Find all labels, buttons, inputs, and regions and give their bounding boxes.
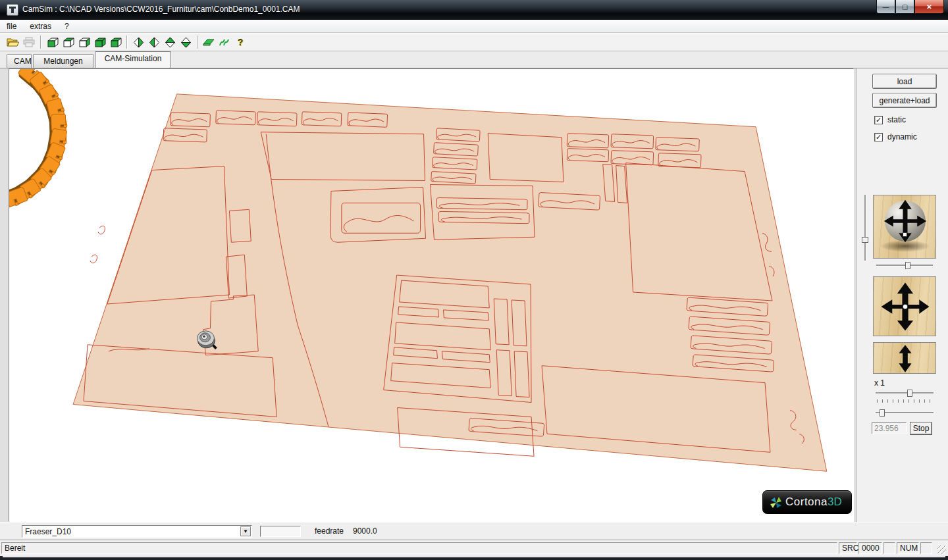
- stop-button[interactable]: Stop: [910, 422, 932, 435]
- logo-3d-text: 3D: [828, 496, 842, 509]
- menu-file[interactable]: file: [0, 20, 23, 32]
- speed-label: x 1: [874, 378, 885, 388]
- tab-strip: CAM Meldungen CAM-Simulation: [0, 51, 948, 68]
- speed-slider-ticks: [877, 399, 934, 403]
- app-icon: [7, 4, 18, 16]
- status-bar: Bereit SRC 0000 NUM: [0, 540, 948, 556]
- iso-view-4-icon[interactable]: [178, 35, 194, 49]
- minimize-button[interactable]: —: [876, 0, 895, 14]
- rotate-sphere-control[interactable]: [873, 195, 936, 259]
- view-cube-top-icon[interactable]: [60, 35, 76, 49]
- tilt-slider[interactable]: [862, 195, 868, 261]
- num-lock-indicator: NUM: [897, 542, 919, 554]
- tab-meldungen[interactable]: Meldungen: [33, 54, 93, 68]
- logo-text: Cortona: [785, 496, 828, 509]
- feedrate-value: 9000.0: [353, 526, 377, 536]
- generate-load-button[interactable]: generate+load: [872, 93, 937, 108]
- feedrate-label: feedrate: [315, 526, 344, 536]
- status-spacer-2: [920, 542, 932, 554]
- help-icon[interactable]: ?: [232, 35, 248, 49]
- zoom-arrows-icon: [889, 344, 921, 373]
- zoom-control[interactable]: [873, 342, 936, 374]
- right-panel: load generate+load ✓ static ✓ dynamic: [856, 68, 948, 522]
- pan-control[interactable]: [873, 276, 936, 336]
- close-button[interactable]: ✕: [914, 0, 944, 14]
- 3d-viewport[interactable]: [9, 69, 853, 521]
- aux-field: [260, 526, 301, 537]
- time-field[interactable]: 23.956: [872, 422, 907, 434]
- wood-sheet: [73, 94, 827, 471]
- cortona-pinwheel-icon: [768, 495, 784, 511]
- simulation-canvas: Cortona3D: [9, 68, 854, 522]
- app-window: CamSim : C:\NCAD Versions\CCW2016_Furnit…: [0, 0, 948, 560]
- combo-dropdown-icon[interactable]: ▼: [240, 526, 251, 536]
- tool-carousel: [9, 69, 68, 211]
- main-area: Cortona3D load generate+load ✓ static ✓ …: [0, 68, 948, 522]
- material-removal-icon[interactable]: [201, 35, 217, 49]
- static-checkbox[interactable]: ✓: [874, 116, 883, 124]
- maximize-button[interactable]: ▢: [895, 0, 914, 14]
- tool-selector-value: Fraeser_D10: [25, 527, 71, 536]
- speed-slider[interactable]: [876, 390, 934, 396]
- src-label: SRC: [839, 542, 857, 554]
- iso-view-2-icon[interactable]: [146, 35, 162, 49]
- tool-selector[interactable]: Fraeser_D10 ▼: [22, 525, 252, 538]
- title-bar: CamSim : C:\NCAD Versions\CCW2016_Furnit…: [0, 0, 948, 20]
- resize-grip[interactable]: [937, 546, 946, 554]
- print-icon: [21, 35, 37, 49]
- menu-help[interactable]: ?: [58, 20, 76, 32]
- rotate-arrows-icon: [882, 198, 928, 244]
- tab-cam[interactable]: CAM: [7, 54, 32, 68]
- view-cube-front-icon[interactable]: [44, 35, 60, 49]
- progress-slider[interactable]: [876, 409, 934, 416]
- toolpath-display-icon[interactable]: [217, 35, 232, 49]
- toolbar: ?: [0, 33, 948, 51]
- status-message: Bereit: [1, 542, 837, 554]
- rotate-h-slider[interactable]: [876, 262, 933, 268]
- status-spacer-1: [883, 542, 895, 554]
- cortona3d-logo: Cortona3D: [762, 490, 852, 514]
- bottom-toolbar: Fraeser_D10 ▼ feedrate 9000.0: [0, 522, 948, 540]
- iso-view-1-icon[interactable]: [130, 35, 146, 49]
- view-cube-back-icon[interactable]: [107, 35, 123, 49]
- static-label: static: [887, 115, 906, 124]
- iso-view-3-icon[interactable]: [162, 35, 178, 49]
- pan-arrows-icon: [880, 280, 930, 334]
- open-file-icon[interactable]: [5, 35, 21, 49]
- load-button[interactable]: load: [872, 74, 937, 89]
- menu-extras[interactable]: extras: [23, 20, 58, 32]
- src-value: 0000: [858, 542, 882, 554]
- view-cube-all-icon[interactable]: [92, 35, 107, 49]
- tab-cam-simulation[interactable]: CAM-Simulation: [95, 51, 171, 68]
- dynamic-label: dynamic: [887, 132, 917, 141]
- dynamic-checkbox[interactable]: ✓: [874, 133, 883, 141]
- window-title: CamSim : C:\NCAD Versions\CCW2016_Furnit…: [22, 5, 300, 14]
- menu-bar: file extras ?: [0, 20, 948, 33]
- view-cube-side-icon[interactable]: [76, 35, 92, 49]
